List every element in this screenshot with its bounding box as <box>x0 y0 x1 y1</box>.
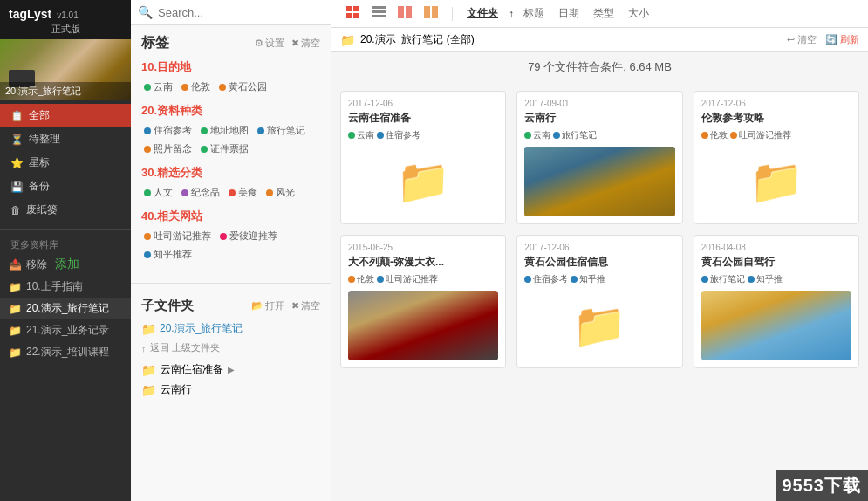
breadcrumb-refresh-btn[interactable]: 🔄 刷新 <box>825 33 859 46</box>
subfolder-section: 子文件夹 📂 打开 ✖ 清空 📁 20.演示_旅行笔记 ↑ <box>131 291 331 407</box>
file-tag-2-1: 吐司游记推荐 <box>730 129 791 141</box>
tag-dot <box>377 132 384 139</box>
breadcrumb-clear-btn[interactable]: ↩ 清空 <box>787 33 817 46</box>
tag-photos[interactable]: 照片留念 <box>141 141 195 156</box>
view-x2-1-btn[interactable] <box>393 4 417 23</box>
subfolder-item-1[interactable]: 📁 云南行 <box>141 380 320 400</box>
file-thumb-2: 📁 <box>701 147 851 216</box>
sidebar-lib-travel[interactable]: 📁 20.演示_旅行笔记 <box>0 298 131 319</box>
tag-map[interactable]: 地址地图 <box>198 123 251 138</box>
tag-dot <box>144 251 151 258</box>
folder-icon: 📁 <box>141 322 156 336</box>
tag-yunnan[interactable]: 云南 <box>141 79 175 94</box>
file-card-2[interactable]: 2017-12-06 伦敦参考攻略 伦敦 吐司游记推荐 📁 <box>694 91 859 224</box>
tag-dot <box>229 189 236 196</box>
search-input[interactable] <box>158 6 324 19</box>
tag-dot <box>144 189 151 196</box>
tag-hotel[interactable]: 住宿参考 <box>141 123 195 138</box>
file-date-5: 2016-04-08 <box>701 243 851 252</box>
library-thumbnail: 20.演示_旅行笔记 <box>0 39 131 100</box>
middle-panel: 🔍 标签 ⚙ 设置 ✖ 清空 10.目的地 <box>131 0 331 501</box>
tag-dot <box>144 233 151 240</box>
sidebar-item-pending[interactable]: ⏳ 待整理 <box>0 127 131 151</box>
tag-dot <box>144 84 151 91</box>
tag-dot <box>553 132 560 139</box>
sort-type-btn[interactable]: 类型 <box>589 4 619 23</box>
lib-training-icon: 📁 <box>9 347 22 359</box>
file-date-1: 2017-09-01 <box>524 99 674 108</box>
svg-rect-6 <box>372 15 386 17</box>
file-card-0[interactable]: 2017-12-06 云南住宿准备 云南 住宿参考 📁 <box>340 91 506 224</box>
refresh-icon: 🔄 <box>825 34 837 45</box>
subfolder-nav-back[interactable]: ↑ 返回 上级文件夹 <box>141 341 320 354</box>
file-tag-4-1: 知乎推 <box>571 273 605 285</box>
file-card-1[interactable]: 2017-09-01 云南行 云南 旅行笔记 <box>516 91 682 224</box>
tag-dot <box>701 132 708 139</box>
tag-travel-notes[interactable]: 旅行笔记 <box>255 123 308 138</box>
file-tag-2-0: 伦敦 <box>701 129 728 141</box>
tag-dot <box>701 276 708 283</box>
subfolder-item-arrow-0: ▶ <box>228 365 235 374</box>
file-card-5[interactable]: 2016-04-08 黄石公园自驾行 旅行笔记 知乎推 <box>694 235 859 368</box>
subfolder-open-btn[interactable]: 📂 打开 <box>251 299 284 312</box>
tag-food[interactable]: 美食 <box>226 185 260 200</box>
tag-london[interactable]: 伦敦 <box>179 79 213 94</box>
subfolder-folder-icon-1: 📁 <box>141 383 156 397</box>
folder-thumb-icon-2: 📁 <box>749 147 803 216</box>
folder-thumb-icon-4: 📁 <box>572 291 626 360</box>
svg-rect-9 <box>424 6 430 18</box>
sidebar-item-backup[interactable]: 💾 备份 <box>0 175 131 198</box>
file-thumb-3 <box>348 291 498 360</box>
sidebar-item-trash[interactable]: 🗑 废纸篓 <box>0 198 131 222</box>
sort-date-btn[interactable]: 日期 <box>554 4 584 23</box>
tag-dot <box>144 127 151 134</box>
tag-dot <box>201 127 208 134</box>
tag-dot <box>730 132 737 139</box>
svg-rect-2 <box>346 13 352 18</box>
sort-title-btn[interactable]: 标题 <box>519 4 549 23</box>
sidebar-divider-1 <box>0 229 131 230</box>
tag-malfoy[interactable]: 爱彼迎推荐 <box>217 229 280 244</box>
file-thumb-0: 📁 <box>348 147 498 216</box>
sort-size-btn[interactable]: 大小 <box>624 4 653 23</box>
tag-yellowstone[interactable]: 黄石公园 <box>216 79 270 94</box>
tag-culture[interactable]: 人文 <box>141 185 175 200</box>
tags-settings-btn[interactable]: ⚙ 设置 <box>255 37 284 50</box>
file-thumb-1 <box>524 147 674 216</box>
subfolder-clear-btn[interactable]: ✖ 清空 <box>291 299 320 312</box>
add-library-btn[interactable]: 添加 <box>55 257 79 272</box>
sidebar-lib-business[interactable]: 📁 21.演示_业务记录 <box>0 319 131 341</box>
tag-tuniu[interactable]: 吐司游记推荐 <box>141 229 214 244</box>
sidebar-nav: 📋 全部 ⏳ 待整理 ⭐ 星标 💾 备份 🗑 废纸篓 <box>0 100 131 225</box>
back-arrow-icon: ↑ <box>141 343 147 353</box>
sort-folder-btn[interactable]: 文件夹 <box>461 4 503 23</box>
tags-clear-btn[interactable]: ✖ 清空 <box>291 37 320 50</box>
file-date-3: 2015-06-25 <box>348 243 498 252</box>
tag-group-30-items: 人文 纪念品 美食 风光 <box>141 185 320 200</box>
sidebar-lib-training[interactable]: 📁 22.演示_培训课程 <box>0 341 131 363</box>
sidebar-lib-remove[interactable]: 📤 移除 添加 添加 <box>0 253 131 276</box>
file-card-3[interactable]: 2015-06-25 大不列颠-弥漫大衣... 伦敦 吐司游记推荐 <box>340 235 506 368</box>
view-list-btn[interactable] <box>366 4 391 23</box>
view-x2-2-btn[interactable] <box>419 4 443 23</box>
subfolder-item-0[interactable]: 📁 云南住宿准备 ▶ <box>141 360 320 380</box>
tag-cert[interactable]: 证件票据 <box>198 141 251 156</box>
folder-thumb-icon: 📁 <box>396 147 450 216</box>
tags-actions: ⚙ 设置 ✖ 清空 <box>255 37 320 50</box>
tag-dot <box>266 189 273 196</box>
file-name-2: 伦敦参考攻略 <box>701 111 851 126</box>
file-card-4[interactable]: 2017-12-06 黄石公园住宿信息 住宿参考 知乎推 📁 <box>516 235 682 368</box>
yunnan-image <box>524 147 674 216</box>
app-title: tagLyst <box>9 7 51 21</box>
file-tags-4: 住宿参考 知乎推 <box>524 273 674 285</box>
tag-souvenir[interactable]: 纪念品 <box>179 185 222 200</box>
lib-travel-icon: 📁 <box>9 303 22 315</box>
tag-scenery[interactable]: 风光 <box>263 185 297 200</box>
subfolder-path-link[interactable]: 20.演示_旅行笔记 <box>160 321 243 336</box>
remove-icon: 📤 <box>9 258 22 271</box>
sidebar-lib-guide[interactable]: 📁 10.上手指南 <box>0 276 131 298</box>
view-grid4-btn[interactable] <box>340 3 365 24</box>
sidebar-item-starred[interactable]: ⭐ 星标 <box>0 151 131 175</box>
tag-zhihu[interactable]: 知乎推荐 <box>141 247 195 262</box>
sidebar-item-all[interactable]: 📋 全部 <box>0 104 131 127</box>
